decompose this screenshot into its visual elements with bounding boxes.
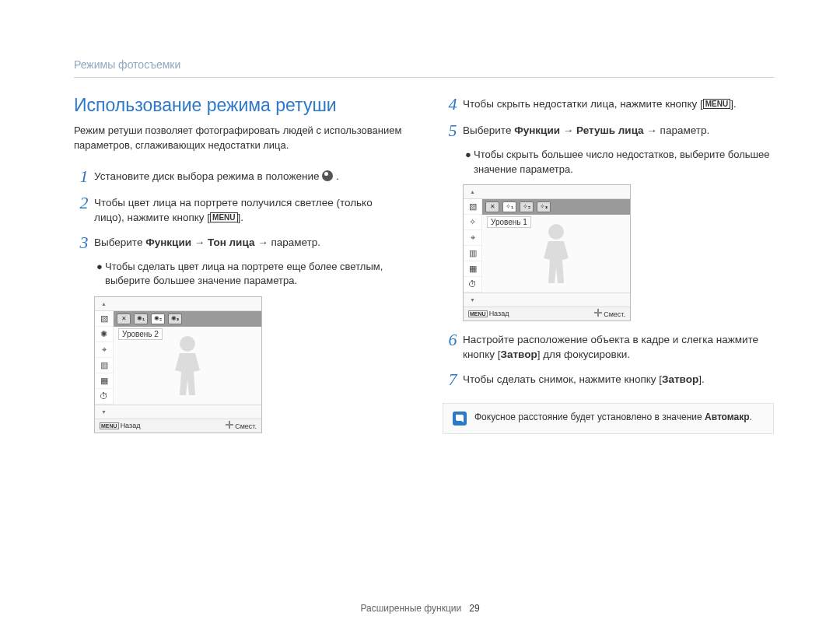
step-6: 6 Настройте расположение объекта в кадре… (443, 331, 774, 363)
step-5: 5 Выберите Функции → Ретушь лица → парам… (443, 121, 774, 140)
step-body: Установите диск выбора режима в положени… (94, 167, 339, 186)
drive-icon: ▦ (95, 373, 113, 389)
step-number: 1 (74, 167, 94, 186)
content-columns: Использование режима ретуши Режим ретуши… (74, 95, 774, 443)
menu-path-face-retouch: Ретушь лица (576, 124, 644, 136)
up-arrow-icon: ▲ (470, 189, 475, 194)
svg-point-1 (548, 224, 564, 240)
step-1: 1 Установите диск выбора режима в положе… (74, 167, 405, 186)
svg-point-0 (180, 336, 195, 352)
step-5-bullet: ● Чтобы скрыть большее число недостатков… (463, 148, 774, 176)
person-silhouette-icon (534, 222, 578, 289)
intro-paragraph: Режим ретуши позволяет фотографировать л… (74, 124, 405, 153)
down-arrow-icon: ▼ (101, 409, 107, 415)
step-suffix: → параметр. (254, 236, 320, 248)
menu-path-face-tone: Тон лица (208, 236, 254, 248)
step-text-a: Чтобы скрыть недостатки лица, нажмите кн… (463, 98, 703, 110)
drive-icon: ▦ (464, 261, 481, 277)
breadcrumb: Режимы фотосъемки (74, 58, 774, 71)
timer-icon: ⏱ (95, 389, 113, 405)
manual-page: Режимы фотосъемки Использование режима р… (0, 0, 840, 474)
lcd-main: ▧ ✺ ⌖ ▥ ▦ ⏱ ✕ ✺₁ ✺₂ ✺₃ У (95, 311, 261, 405)
note-text: Фокусное расстояние будет установлено в … (474, 412, 752, 422)
page-number: 29 (469, 603, 479, 614)
step-3-bullet: ● Чтобы сделать цвет лица на портрете ещ… (94, 260, 405, 288)
step-text-b: ]. (238, 212, 244, 223)
step-text-b: ]. (730, 98, 737, 110)
metering-icon: ▥ (464, 246, 481, 261)
level-options-bar: ✕ ✧₁ ✧₂ ✧₃ (482, 199, 630, 215)
camera-lcd-face-retouch: ▲ ▧ ✧ ⌖ ▥ ▦ ⏱ ✕ ✧₁ ✧₂ (463, 184, 631, 321)
page-footer: Расширенные функции 29 (0, 603, 840, 614)
face-retouch-icon: ✧ (464, 215, 481, 230)
step-7: 7 Чтобы сделать снимок, нажмите кнопку [… (443, 370, 774, 389)
step-prefix: Выберите (463, 124, 514, 136)
step-prefix: Выберите (94, 236, 145, 248)
nav-cross-icon (226, 421, 233, 429)
note-icon (453, 412, 467, 426)
step-4: 4 Чтобы скрыть недостатки лица, нажмите … (443, 95, 774, 114)
up-arrow-icon: ▲ (101, 301, 107, 306)
level-3-icon: ✺₃ (168, 313, 182, 324)
step-text-a: Чтобы сделать снимок, нажмите кнопку [ (463, 373, 662, 385)
bullet-text: Чтобы скрыть большее число недостатков, … (474, 148, 774, 176)
level-3-icon: ✧₃ (537, 201, 551, 212)
lcd-preview: ✕ ✺₁ ✺₂ ✺₃ Уровень 2 (114, 311, 261, 405)
move-hint: Смест. (226, 421, 257, 430)
level-off-icon: ✕ (485, 201, 499, 212)
resolution-icon: ▧ (464, 199, 481, 215)
step-3: 3 Выберите Функции → Тон лица → параметр… (74, 233, 405, 252)
step-body: Чтобы сделать снимок, нажмите кнопку [За… (463, 370, 705, 389)
step-text-b: ] для фокусировки. (537, 349, 630, 360)
level-2-icon: ✺₂ (151, 313, 165, 324)
person-silhouette-icon (166, 335, 209, 401)
note-box: Фокусное расстояние будет установлено в … (443, 403, 774, 434)
level-1-icon: ✧₁ (502, 201, 516, 212)
step-text: Установите диск выбора режима в положени… (94, 170, 322, 182)
bullet-icon: ● (94, 260, 105, 288)
down-arrow-icon: ▼ (470, 297, 475, 303)
step-number: 4 (443, 95, 463, 114)
timer-icon: ⏱ (464, 277, 481, 292)
step-number: 3 (74, 233, 94, 252)
nav-cross-icon (594, 309, 602, 317)
face-detect-icon: ⌖ (95, 342, 113, 358)
lcd-top-bar: ▲ (464, 185, 630, 199)
lcd-bottom-bar: MENUНазад Смест. (95, 419, 261, 433)
section-title: Использование режима ретуши (74, 95, 405, 116)
step-body: Выберите Функции → Ретушь лица → парамет… (463, 121, 709, 140)
menu-key-icon: MENU (468, 310, 488, 317)
beauty-mode-dial-icon (322, 170, 333, 181)
back-hint: MENUНазад (100, 422, 140, 429)
lcd-preview: ✕ ✧₁ ✧₂ ✧₃ Уровень 1 (482, 199, 630, 292)
face-tone-icon: ✺ (95, 327, 113, 342)
step-number: 7 (443, 370, 463, 389)
lcd-bottom-bar: MENUНазад Смест. (464, 306, 630, 321)
resolution-icon: ▧ (95, 311, 113, 327)
step-body: Чтобы скрыть недостатки лица, нажмите кн… (463, 95, 737, 114)
column-left: Использование режима ретуши Режим ретуши… (74, 95, 405, 443)
step-2: 2 Чтобы цвет лица на портрете получился … (74, 194, 405, 226)
lcd-side-icons: ▧ ✺ ⌖ ▥ ▦ ⏱ (95, 311, 114, 405)
lcd-main: ▧ ✧ ⌖ ▥ ▦ ⏱ ✕ ✧₁ ✧₂ ✧₃ У (464, 199, 630, 292)
auto-macro-label: Автомакр (705, 412, 750, 422)
bullet-icon: ● (463, 148, 474, 176)
lcd-side-icons: ▧ ✧ ⌖ ▥ ▦ ⏱ (464, 199, 482, 292)
move-hint: Смест. (594, 309, 625, 318)
step-body: Настройте расположение объекта в кадре и… (463, 331, 774, 363)
column-right: 4 Чтобы скрыть недостатки лица, нажмите … (443, 95, 774, 443)
camera-lcd-face-tone: ▲ ▧ ✺ ⌖ ▥ ▦ ⏱ ✕ ✺₁ ✺₂ (94, 296, 262, 433)
shutter-label: Затвор (501, 349, 537, 360)
footer-section: Расширенные функции (360, 603, 461, 614)
menu-key-icon: MENU (703, 99, 730, 109)
step-body: Выберите Функции → Тон лица → параметр. (94, 233, 320, 252)
level-label: Уровень 1 (487, 216, 531, 228)
menu-key-icon: MENU (100, 422, 119, 429)
shutter-label: Затвор (662, 373, 698, 385)
level-options-bar: ✕ ✺₁ ✺₂ ✺₃ (114, 311, 261, 327)
menu-key-icon: MENU (210, 212, 237, 222)
divider (74, 77, 774, 78)
step-suffix: → параметр. (644, 124, 710, 136)
step-number: 2 (74, 194, 94, 226)
metering-icon: ▥ (95, 358, 113, 373)
